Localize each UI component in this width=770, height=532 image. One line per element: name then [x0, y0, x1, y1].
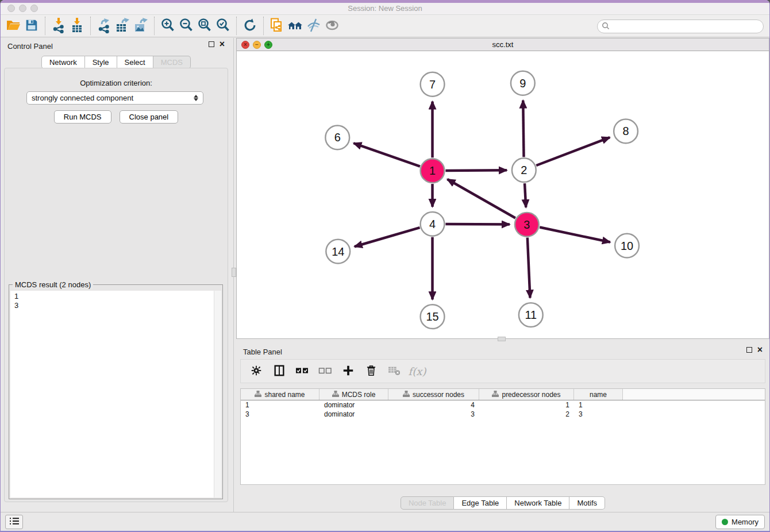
close-panel-icon[interactable]: ×: [220, 41, 225, 47]
minimize-window-button[interactable]: [19, 5, 26, 12]
graph-edge-3-11[interactable]: [528, 238, 530, 298]
save-session-button[interactable]: [22, 17, 41, 35]
result-scrollbar[interactable]: [214, 291, 221, 498]
splitter-grip[interactable]: [498, 337, 506, 341]
graph-edge-3-1[interactable]: [447, 179, 515, 218]
import-table-button[interactable]: [68, 17, 86, 35]
tab-style[interactable]: Style: [85, 56, 117, 69]
graph-node-10[interactable]: 10: [615, 234, 639, 258]
graph-node-9[interactable]: 9: [511, 71, 535, 95]
table-cell[interactable]: 1: [479, 400, 574, 410]
open-session-button[interactable]: [4, 17, 22, 35]
column-header-successor-nodes[interactable]: successor nodes: [388, 389, 479, 400]
table-cell[interactable]: 4: [388, 400, 479, 410]
graph-edge-4-14[interactable]: [355, 228, 420, 246]
table-cell[interactable]: 2: [479, 410, 574, 419]
table-cell[interactable]: 3: [241, 410, 319, 419]
zoom-fit-button[interactable]: [195, 17, 214, 35]
table-row[interactable]: 1dominator411: [241, 400, 765, 410]
memory-button[interactable]: Memory: [715, 515, 765, 529]
network-close-button[interactable]: ×: [241, 41, 249, 49]
delete-table-button[interactable]: [386, 363, 403, 380]
column-header-shared-name[interactable]: shared name: [241, 389, 319, 400]
table-cell[interactable]: 1: [241, 400, 319, 410]
deselect-all-button[interactable]: [317, 363, 334, 380]
task-history-button[interactable]: [5, 515, 23, 529]
graph-node-11[interactable]: 11: [519, 303, 543, 327]
graph-node-1[interactable]: 1: [421, 159, 445, 183]
import-network-button[interactable]: [49, 17, 68, 35]
tab-motifs[interactable]: Motifs: [569, 496, 605, 510]
tab-select[interactable]: Select: [117, 56, 153, 69]
graph-edge-4-3[interactable]: [445, 224, 510, 225]
graph-node-4[interactable]: 4: [421, 212, 445, 236]
show-columns-button[interactable]: [271, 363, 288, 380]
graph-edge-2-8[interactable]: [536, 137, 610, 165]
reset-view-button[interactable]: [286, 17, 305, 35]
tab-edge-table[interactable]: Edge Table: [454, 496, 507, 510]
column-header-MCDS-role[interactable]: MCDS role: [319, 389, 388, 400]
table-cell[interactable]: 1: [574, 400, 623, 410]
titlebar[interactable]: Session: New Session: [1, 3, 769, 14]
clone-network-button[interactable]: [268, 17, 286, 35]
vertical-splitter[interactable]: [232, 38, 236, 512]
node-table[interactable]: shared nameMCDS rolesuccessor nodesprede…: [240, 388, 765, 485]
graph-node-7[interactable]: 7: [421, 72, 445, 97]
delete-rows-button[interactable]: [363, 363, 380, 380]
graph-node-2[interactable]: 2: [512, 158, 536, 182]
graph-node-3[interactable]: 3: [515, 213, 539, 237]
splitter-grip[interactable]: [232, 268, 236, 277]
network-minimize-button[interactable]: −: [253, 41, 261, 49]
export-table-button[interactable]: [113, 17, 132, 35]
graph-edge-2-9[interactable]: [523, 101, 523, 157]
network-canvas[interactable]: 7968124314101511: [237, 51, 769, 338]
zoom-window-button[interactable]: [30, 5, 38, 12]
close-panel-icon[interactable]: ×: [757, 347, 763, 353]
export-network-button[interactable]: [95, 17, 113, 35]
refresh-button[interactable]: [241, 17, 259, 35]
export-image-button[interactable]: [132, 17, 150, 35]
table-row[interactable]: 3dominator323: [241, 410, 765, 419]
table-settings-button[interactable]: [248, 363, 265, 380]
optimization-criterion-select[interactable]: strongly connected component: [26, 91, 203, 105]
network-window-titlebar[interactable]: × − + scc.txt: [237, 38, 769, 51]
graph-edge-1-2[interactable]: [445, 170, 507, 171]
run-mcds-button[interactable]: Run MCDS: [54, 110, 111, 124]
close-window-button[interactable]: [7, 5, 15, 12]
close-panel-button[interactable]: Close panel: [120, 110, 179, 124]
tab-node-table[interactable]: Node Table: [401, 496, 455, 510]
hide-panel-button[interactable]: [305, 17, 323, 35]
column-header-predecessor-nodes[interactable]: predecessor nodes: [479, 389, 574, 400]
graph-node-14[interactable]: 14: [326, 240, 350, 264]
horizontal-splitter[interactable]: [236, 339, 769, 344]
graph-node-15[interactable]: 15: [421, 304, 445, 329]
zoom-out-button[interactable]: [177, 17, 195, 35]
show-panel-button[interactable]: [323, 17, 341, 35]
tab-mcds[interactable]: MCDS: [153, 56, 191, 69]
column-header-name[interactable]: name: [574, 389, 623, 400]
function-builder-button[interactable]: f(x): [409, 363, 426, 380]
float-panel-icon[interactable]: [209, 41, 214, 47]
zoom-in-button[interactable]: [159, 17, 177, 35]
tab-network[interactable]: Network: [41, 56, 85, 69]
graph-node-8[interactable]: 8: [614, 119, 638, 144]
select-all-button[interactable]: [294, 363, 311, 380]
graph-edge-2-3[interactable]: [525, 183, 526, 207]
mcds-result-line[interactable]: 3: [10, 301, 221, 310]
mcds-result-list[interactable]: 13: [10, 291, 221, 498]
network-maximize-button[interactable]: +: [264, 41, 272, 49]
graph-edge-3-10[interactable]: [540, 228, 610, 242]
search-input[interactable]: [610, 21, 763, 32]
search-field[interactable]: [597, 20, 764, 33]
table-cell[interactable]: dominator: [319, 400, 388, 410]
zoom-selected-button[interactable]: [214, 17, 232, 35]
tab-network-table[interactable]: Network Table: [507, 496, 569, 510]
add-row-button[interactable]: [340, 363, 357, 380]
table-cell[interactable]: 3: [388, 410, 479, 419]
float-panel-icon[interactable]: [746, 347, 752, 353]
table-cell[interactable]: dominator: [319, 410, 388, 419]
graph-node-6[interactable]: 6: [325, 125, 349, 149]
mcds-result-line[interactable]: 1: [10, 291, 221, 301]
table-cell[interactable]: 3: [574, 410, 623, 419]
graph-edge-1-6[interactable]: [353, 143, 419, 166]
